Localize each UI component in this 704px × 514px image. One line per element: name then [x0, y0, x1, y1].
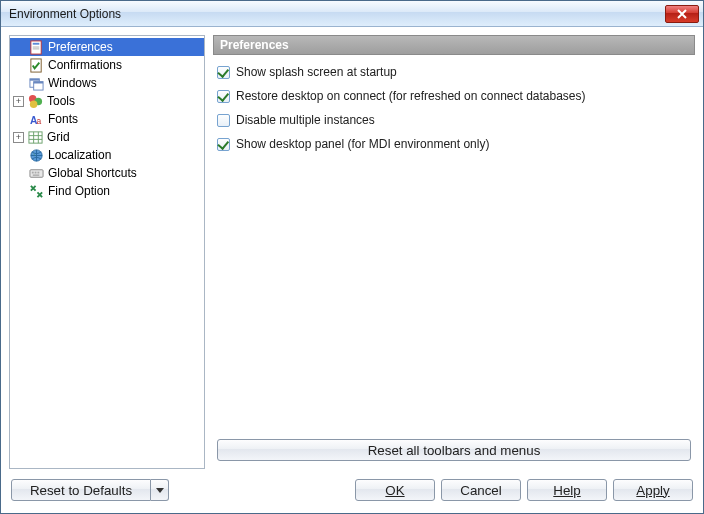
chevron-down-icon — [156, 488, 164, 493]
option-label: Disable multiple instances — [236, 113, 375, 127]
option-label: Restore desktop on connect (for refreshe… — [236, 89, 586, 103]
tree-node-confirmations[interactable]: Confirmations — [10, 56, 204, 74]
tree-indent — [12, 112, 26, 126]
tree-indent — [12, 148, 26, 162]
checkbox-icon[interactable] — [217, 138, 230, 151]
category-tree[interactable]: Preferences Confirmations Windows + — [9, 35, 205, 469]
button-label: Cancel — [460, 483, 502, 498]
button-label: OK — [385, 483, 404, 498]
tree-node-windows[interactable]: Windows — [10, 74, 204, 92]
dialog-body: Preferences Confirmations Windows + — [1, 27, 703, 473]
tree-indent — [12, 76, 26, 90]
option-desktop-panel[interactable]: Show desktop panel (for MDI environment … — [217, 135, 691, 153]
close-button[interactable] — [665, 5, 699, 23]
tree-label: Tools — [45, 94, 77, 108]
confirm-icon — [28, 57, 44, 73]
svg-rect-1 — [32, 42, 39, 44]
settings-pane: Preferences Show splash screen at startu… — [213, 35, 695, 469]
pane-header: Preferences — [213, 35, 695, 55]
button-label: Help — [553, 483, 580, 498]
tree-label: Global Shortcuts — [46, 166, 139, 180]
find-icon — [28, 183, 44, 199]
help-button[interactable]: Help — [527, 479, 607, 501]
reset-defaults-button[interactable]: Reset to Defaults — [11, 479, 151, 501]
close-icon — [677, 9, 687, 19]
svg-rect-3 — [32, 48, 39, 49]
button-label: Reset to Defaults — [30, 483, 132, 498]
option-label: Show desktop panel (for MDI environment … — [236, 137, 489, 151]
checkbox-icon[interactable] — [217, 114, 230, 127]
expand-icon[interactable]: + — [13, 132, 24, 143]
svg-text:a: a — [36, 116, 41, 126]
svg-rect-20 — [32, 174, 39, 175]
tree-label: Localization — [46, 148, 113, 162]
checkbox-icon[interactable] — [217, 66, 230, 79]
fonts-icon: Aa — [28, 111, 44, 127]
tree-indent — [12, 40, 26, 54]
option-splash[interactable]: Show splash screen at startup — [217, 63, 691, 81]
svg-rect-2 — [32, 46, 39, 47]
svg-point-11 — [29, 100, 37, 108]
tree-label: Preferences — [46, 40, 115, 54]
grid-icon — [27, 129, 43, 145]
tree-node-find-option[interactable]: Find Option — [10, 182, 204, 200]
tree-node-tools[interactable]: + Tools — [10, 92, 204, 110]
tree-indent — [12, 166, 26, 180]
globe-icon — [28, 147, 44, 163]
dialog-window: Environment Options Preferences Confirma… — [0, 0, 704, 514]
tools-icon — [27, 93, 43, 109]
pane-body: Show splash screen at startup Restore de… — [213, 55, 695, 469]
reset-toolbars-button[interactable]: Reset all toolbars and menus — [217, 439, 691, 461]
tree-node-preferences[interactable]: Preferences — [10, 38, 204, 56]
tree-node-fonts[interactable]: Aa Fonts — [10, 110, 204, 128]
svg-rect-8 — [33, 81, 42, 83]
button-label: Apply — [636, 483, 669, 498]
tree-node-localization[interactable]: Localization — [10, 146, 204, 164]
checkbox-icon[interactable] — [217, 90, 230, 103]
spacer — [217, 159, 691, 429]
option-disable-multiple[interactable]: Disable multiple instances — [217, 111, 691, 129]
window-title: Environment Options — [9, 7, 665, 21]
option-restore-desktop[interactable]: Restore desktop on connect (for refreshe… — [217, 87, 691, 105]
cancel-button[interactable]: Cancel — [441, 479, 521, 501]
titlebar: Environment Options — [1, 1, 703, 27]
tree-indent — [12, 184, 26, 198]
dialog-footer: Reset to Defaults OK Cancel Help Apply — [1, 473, 703, 513]
ok-button[interactable]: OK — [355, 479, 435, 501]
apply-button[interactable]: Apply — [613, 479, 693, 501]
tree-label: Fonts — [46, 112, 80, 126]
page-icon — [28, 39, 44, 55]
svg-rect-17 — [31, 171, 33, 173]
tree-label: Windows — [46, 76, 99, 90]
reset-defaults-dropdown[interactable] — [151, 479, 169, 501]
reset-toolbars-row: Reset all toolbars and menus — [217, 435, 691, 461]
tree-node-global-shortcuts[interactable]: Global Shortcuts — [10, 164, 204, 182]
tree-indent — [12, 58, 26, 72]
keyboard-icon — [28, 165, 44, 181]
reset-defaults-split-button: Reset to Defaults — [11, 479, 169, 501]
expand-icon[interactable]: + — [13, 96, 24, 107]
windows-icon — [28, 75, 44, 91]
svg-rect-14 — [28, 131, 41, 142]
tree-node-grid[interactable]: + Grid — [10, 128, 204, 146]
option-label: Show splash screen at startup — [236, 65, 397, 79]
svg-rect-19 — [37, 171, 39, 173]
tree-label: Find Option — [46, 184, 112, 198]
tree-label: Confirmations — [46, 58, 124, 72]
svg-rect-6 — [29, 78, 38, 80]
svg-rect-18 — [34, 171, 36, 173]
tree-label: Grid — [45, 130, 72, 144]
